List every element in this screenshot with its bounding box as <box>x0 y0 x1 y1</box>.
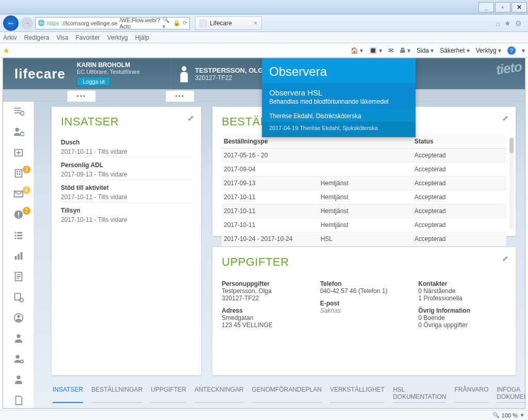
bottom-link-verkstallighet[interactable]: VERKSTÄLLIGHET <box>330 386 385 403</box>
bottom-link-insatser[interactable]: INSATSER <box>53 386 83 403</box>
window-close-button[interactable]: ✕ <box>512 2 527 12</box>
sidebar-item-stats[interactable] <box>12 250 25 262</box>
browser-navbar: ← → 🌐 https://lcomsorg.vellinge.se/WE.Fl… <box>0 14 528 32</box>
sidebar-item-notes[interactable] <box>12 271 25 282</box>
address-bar[interactable]: 🌐 https://lcomsorg.vellinge.se/WE.Flow.w… <box>35 17 190 29</box>
tab-title: Lifecare <box>210 20 232 27</box>
card-uppgifter: UPPGIFTER ⤢ Personuppgifter Testpersson,… <box>212 247 516 375</box>
window-minimize-button[interactable]: _ <box>478 2 494 12</box>
zoom-dropdown-icon[interactable]: ▾ <box>521 412 524 418</box>
sidebar-item-person-1[interactable] <box>12 333 25 344</box>
url-host: ://lcomsorg.vellinge.se <box>61 20 118 26</box>
logout-button[interactable]: Logga ut <box>77 77 110 86</box>
nav-back-button[interactable]: ← <box>3 15 19 31</box>
badge-building: 3 <box>23 166 30 173</box>
svg-rect-1 <box>14 108 21 109</box>
svg-rect-2 <box>14 110 21 111</box>
sidebar-item-list[interactable] <box>12 230 25 241</box>
scrollbar[interactable] <box>509 138 514 230</box>
menu-favoriter[interactable]: Favoriter <box>76 34 100 41</box>
menu-hjalp[interactable]: Hjälp <box>135 34 149 41</box>
menu-visa[interactable]: Visa <box>56 34 68 41</box>
sidebar-item-overview[interactable] <box>12 106 25 117</box>
page-dropdown[interactable]: Sida <box>417 47 434 54</box>
bottom-link-hsl[interactable]: HSL DOKUMENTATION <box>393 386 447 403</box>
vendor-logo: tieto <box>495 59 523 78</box>
table-row[interactable]: 2017-05-16 - 20Accepterad <box>222 149 506 163</box>
observera-meta: 2017-04-19 Therése Ekdahl, Sjuksköterska <box>262 122 416 137</box>
insats-item: Personlig ADL 2017-09-13 - Tills vidare <box>61 157 192 180</box>
svg-rect-9 <box>19 171 20 172</box>
favorites-star-icon[interactable]: ★ <box>504 19 511 27</box>
kontakter-2: 1 Professionella <box>418 295 506 302</box>
ie-icon: 🌐 <box>38 20 45 26</box>
insats-title: Dusch <box>61 139 192 146</box>
svg-point-29 <box>16 334 20 338</box>
observera-title: Observera HSL <box>269 88 408 97</box>
col-status: Status <box>412 135 506 149</box>
url-path: /WE.Flow.web/?Acto <box>120 17 160 29</box>
sidebar-item-messages[interactable]: 4 <box>12 188 25 200</box>
expand-icon[interactable]: ⤢ <box>188 114 194 122</box>
bottom-link-infoga[interactable]: INFOGA DOKUMENT <box>497 386 525 403</box>
expand-icon[interactable]: ⤢ <box>502 114 508 122</box>
sidebar-item-person-2[interactable] <box>12 374 25 385</box>
bottom-link-franvaro[interactable]: FRÅNVARO <box>454 386 488 403</box>
adress-line1: Smedgatan <box>222 314 310 321</box>
home-dropdown-icon[interactable]: 🏠 <box>351 47 363 54</box>
telefon-heading: Telefon <box>320 280 408 287</box>
expand-icon[interactable]: ⤢ <box>502 254 508 263</box>
refresh-icon[interactable]: ⟳ <box>183 20 187 26</box>
safety-dropdown[interactable]: Säkerhet <box>440 47 469 54</box>
menu-verktyg[interactable]: Verktyg <box>107 34 128 41</box>
sidebar-item-profile[interactable] <box>12 312 25 324</box>
table-row[interactable]: 2017-10-24 - 2017-10-24HSLAccepterad <box>222 232 506 246</box>
bottom-link-genomforandeplan[interactable]: GENOMFÖRANDEPLAN <box>252 386 322 403</box>
sidebar-item-search-doc[interactable] <box>12 292 25 303</box>
home-icon[interactable]: ⌂ <box>496 19 500 27</box>
url-protocol: https <box>47 20 59 26</box>
sidebar-item-building[interactable]: 3 <box>12 168 25 179</box>
search-dropdown-icon[interactable]: 🔍 ▾ <box>162 17 171 30</box>
table-row[interactable]: 2017-10-11HemtjänstAccepterad <box>222 218 506 232</box>
table-row[interactable]: 2017-10-11HemtjänstAccepterad <box>222 204 506 218</box>
badge-messages: 4 <box>23 186 30 194</box>
bottom-link-anteckningar[interactable]: ANTECKNINGAR <box>194 386 243 403</box>
sidebar-item-health[interactable] <box>12 147 25 158</box>
settings-gear-icon[interactable]: ⚙ <box>515 19 522 27</box>
svg-rect-3 <box>14 112 21 114</box>
tab-favicon <box>200 20 207 27</box>
svg-point-28 <box>17 315 20 318</box>
sidebar-item-alerts[interactable]: 2 <box>12 209 25 220</box>
menu-redigera[interactable]: Redigera <box>24 34 50 41</box>
favorites-icon[interactable]: ★ <box>3 46 10 55</box>
bestall-table: Beställningspe Status 2017-05-16 - 20Acc… <box>222 135 506 246</box>
svg-rect-16 <box>17 232 22 234</box>
browser-statusbar: 🔍 100 % ▾ <box>0 410 528 420</box>
tools-dropdown[interactable]: Verktyg <box>476 47 501 54</box>
telefon-value: 040-42 57 46 (Telefon 1) <box>320 287 408 295</box>
sidebar-item-persons[interactable] <box>12 126 25 138</box>
nav-forward-button: → <box>21 17 33 29</box>
sidebar-item-person-search[interactable] <box>12 353 25 365</box>
menu-arkiv[interactable]: Arkiv <box>3 34 17 41</box>
sidebar-item-document[interactable] <box>12 395 25 406</box>
print-dropdown-icon[interactable]: 🖶 <box>400 47 410 54</box>
tab-close-icon[interactable]: × <box>254 20 257 27</box>
svg-point-30 <box>15 355 19 359</box>
browser-tab[interactable]: Lifecare × <box>195 17 262 30</box>
bottom-link-bestallningar[interactable]: BESTÄLLNINGAR <box>91 386 142 403</box>
help-icon[interactable]: ? <box>507 46 516 55</box>
user-tab-button[interactable]: ••• <box>67 90 96 102</box>
readmail-icon[interactable]: ✉ <box>388 47 393 54</box>
window-maximize-button[interactable]: ▫ <box>495 2 510 12</box>
insats-title: Tillsyn <box>61 207 192 214</box>
svg-point-31 <box>20 360 23 363</box>
patient-tab-button[interactable]: ••• <box>166 90 194 102</box>
bottom-link-uppgifter[interactable]: UPPGIFTER <box>151 386 187 403</box>
table-row[interactable]: 2017-09-04Accepterad <box>222 163 506 176</box>
feeds-dropdown-icon[interactable]: 🔳 <box>369 47 382 54</box>
zoom-icon[interactable]: 🔍 <box>492 412 500 418</box>
table-row[interactable]: 2017-10-11HemtjänstAccepterad <box>222 190 506 204</box>
table-row[interactable]: 2017-09-13HemtjänstAccepterad <box>222 176 506 190</box>
